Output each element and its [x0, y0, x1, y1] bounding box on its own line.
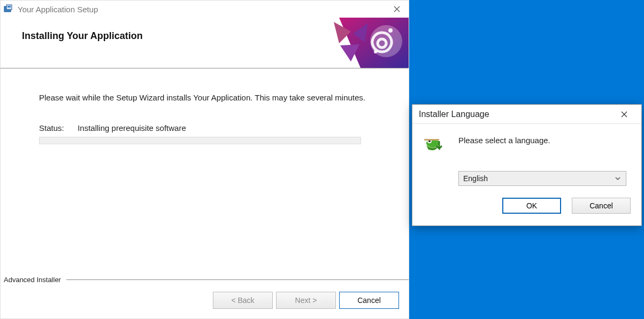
- svg-point-8: [388, 28, 393, 33]
- language-dialog: Installer Language Please select a langu…: [412, 104, 642, 226]
- footer: Advanced Installer < Back Next > Cancel: [1, 274, 409, 318]
- cancel-button[interactable]: Cancel: [339, 292, 399, 309]
- close-button[interactable]: [385, 1, 409, 18]
- language-close-button[interactable]: [612, 106, 636, 123]
- svg-rect-13: [424, 139, 439, 141]
- language-cancel-button[interactable]: Cancel: [572, 198, 631, 214]
- installer-icon: [4, 4, 13, 14]
- svg-rect-2: [7, 6, 11, 7]
- progress-bar: [39, 137, 361, 144]
- status-label: Status:: [39, 123, 75, 133]
- next-button: Next >: [276, 292, 336, 309]
- language-message: Please select a language.: [458, 134, 550, 145]
- titlebar: Your Application Setup: [1, 1, 409, 18]
- language-ok-button[interactable]: OK: [502, 198, 561, 214]
- chameleon-icon: [423, 134, 447, 157]
- language-titlebar: Installer Language: [412, 105, 641, 124]
- header-row: Installing Your Application: [1, 18, 409, 68]
- svg-point-9: [374, 50, 377, 53]
- chevron-down-icon: [614, 175, 622, 184]
- brand-label: Advanced Installer: [4, 276, 61, 284]
- language-dialog-title: Installer Language: [419, 110, 489, 119]
- status-line: Status: Installing prerequisite software: [39, 123, 370, 133]
- wait-text: Please wait while the Setup Wizard insta…: [39, 92, 370, 103]
- language-selected-value: English: [463, 174, 488, 183]
- content-area: Please wait while the Setup Wizard insta…: [1, 69, 409, 144]
- back-button: < Back: [213, 292, 273, 309]
- brand-divider: [66, 279, 409, 280]
- setup-window: Your Application Setup Installing Your A…: [0, 0, 409, 319]
- window-title: Your Application Setup: [18, 5, 98, 14]
- banner-graphic: [302, 18, 409, 68]
- status-value: Installing prerequisite software: [78, 123, 186, 133]
- language-select[interactable]: English: [458, 171, 626, 186]
